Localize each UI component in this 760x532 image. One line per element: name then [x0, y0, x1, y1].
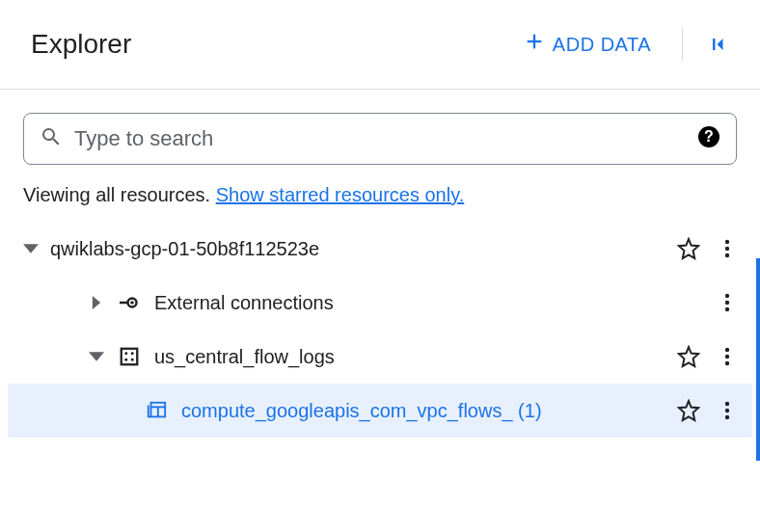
more-actions-button[interactable] [710, 339, 745, 374]
search-icon [40, 125, 63, 152]
star-button[interactable] [671, 339, 706, 374]
dataset-label: us_central_flow_logs [154, 346, 664, 368]
resource-tree: qwiklabs-gcp-01-50b8f112523e External co… [0, 222, 760, 438]
svg-rect-13 [122, 349, 138, 365]
expand-toggle[interactable] [19, 241, 42, 256]
more-actions-button[interactable] [710, 393, 745, 428]
divider [682, 27, 683, 62]
help-icon[interactable]: ? [697, 125, 720, 152]
dataset-icon [116, 346, 143, 367]
svg-point-19 [725, 355, 729, 359]
chevron-down-icon [23, 241, 39, 256]
show-starred-link[interactable]: Show starred resources only. [216, 184, 465, 205]
svg-point-17 [131, 359, 134, 361]
more-vert-icon [716, 237, 739, 260]
svg-text:?: ? [704, 128, 714, 145]
more-actions-button[interactable] [710, 231, 745, 266]
tree-row-table[interactable]: compute_googleapis_com_vpc_flows_ (1) [8, 384, 752, 438]
chevron-down-icon [89, 349, 104, 364]
table-icon [143, 400, 170, 421]
svg-point-16 [124, 359, 127, 361]
expand-toggle[interactable] [85, 349, 108, 364]
filter-status-text: Viewing all resources. [23, 184, 216, 205]
svg-point-24 [725, 402, 729, 406]
more-vert-icon [716, 345, 739, 368]
page-title: Explorer [31, 29, 131, 60]
svg-point-4 [725, 240, 729, 244]
svg-point-5 [725, 247, 729, 251]
external-connections-icon [116, 291, 143, 314]
svg-point-8 [130, 301, 134, 305]
star-button[interactable] [671, 393, 706, 428]
external-connections-label: External connections [154, 292, 702, 314]
svg-point-26 [725, 415, 729, 419]
plus-icon [524, 31, 545, 58]
star-outline-icon [677, 237, 700, 260]
search-input[interactable] [74, 126, 686, 151]
svg-point-14 [124, 352, 127, 355]
tree-row-external-connections[interactable]: External connections [8, 276, 752, 330]
add-data-button[interactable]: ADD DATA [512, 23, 663, 66]
collapse-left-icon [706, 33, 729, 56]
expand-toggle[interactable] [85, 296, 108, 309]
svg-point-11 [725, 301, 729, 305]
svg-point-12 [725, 307, 729, 311]
chevron-right-icon [90, 296, 103, 309]
svg-point-18 [725, 348, 729, 352]
svg-point-15 [131, 352, 134, 355]
svg-point-6 [725, 253, 729, 257]
search-box[interactable]: ? [23, 113, 737, 165]
svg-point-25 [725, 409, 729, 412]
add-data-label: ADD DATA [553, 34, 651, 56]
more-vert-icon [716, 291, 739, 314]
star-outline-icon [677, 399, 700, 422]
project-label: qwiklabs-gcp-01-50b8f112523e [50, 238, 664, 260]
more-vert-icon [716, 399, 739, 422]
more-actions-button[interactable] [710, 285, 745, 320]
svg-point-20 [725, 361, 729, 365]
star-outline-icon [677, 345, 700, 368]
star-button[interactable] [671, 231, 706, 266]
svg-point-10 [725, 294, 729, 298]
collapse-panel-button[interactable] [698, 25, 737, 64]
table-label: compute_googleapis_com_vpc_flows_ (1) [181, 400, 664, 422]
tree-row-project[interactable]: qwiklabs-gcp-01-50b8f112523e [8, 222, 752, 276]
selection-indicator [756, 258, 760, 461]
tree-row-dataset[interactable]: us_central_flow_logs [8, 330, 752, 384]
